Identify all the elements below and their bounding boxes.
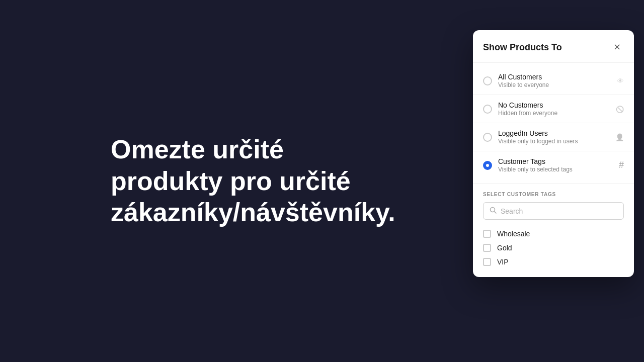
option-no-customers[interactable]: No Customers Hidden from everyone: [473, 95, 634, 123]
tag-label-vip: VIP: [497, 258, 509, 266]
tag-gold[interactable]: Gold: [483, 241, 624, 255]
option-desc-customer-tags: Visible only to selected tags: [498, 166, 615, 173]
tag-label-gold: Gold: [497, 244, 512, 252]
option-text-customer-tags: Customer Tags Visible only to selected t…: [498, 157, 615, 173]
radio-loggedin-users: [483, 133, 492, 142]
option-customer-tags[interactable]: Customer Tags Visible only to selected t…: [473, 151, 634, 179]
modal-title: Show Products To: [483, 42, 562, 53]
person-icon: [615, 133, 624, 142]
hero-heading: Omezte určité produkty pro určité zákazn…: [111, 134, 362, 228]
options-list: All Customers Visible to everyone No Cus…: [473, 63, 634, 183]
checkbox-vip[interactable]: [483, 258, 491, 266]
option-text-no-customers: No Customers Hidden from everyone: [498, 101, 612, 117]
search-icon: [490, 207, 497, 215]
checkbox-gold[interactable]: [483, 244, 491, 252]
option-desc-loggedin-users: Visible only to logged in users: [498, 138, 611, 145]
close-button[interactable]: ✕: [610, 40, 624, 54]
radio-all-customers: [483, 76, 492, 85]
eye-slash-icon: [616, 105, 624, 114]
option-all-customers[interactable]: All Customers Visible to everyone: [473, 67, 634, 95]
option-text-loggedin-users: LoggedIn Users Visible only to logged in…: [498, 129, 611, 145]
tag-wholesale[interactable]: Wholesale: [483, 227, 624, 241]
tags-section-label: SELECT CUSTOMER TAGS: [483, 192, 624, 197]
tag-label-wholesale: Wholesale: [497, 230, 530, 238]
radio-no-customers: [483, 105, 492, 114]
option-label-all-customers: All Customers: [498, 73, 613, 81]
tags-section: SELECT CUSTOMER TAGS Wholesale Gold: [473, 183, 634, 277]
search-input[interactable]: [501, 207, 617, 215]
option-label-loggedin-users: LoggedIn Users: [498, 129, 611, 137]
modal: Show Products To ✕ All Customers Visible…: [473, 30, 634, 277]
modal-header: Show Products To ✕: [473, 30, 634, 63]
search-box[interactable]: [483, 202, 624, 220]
radio-customer-tags: [483, 161, 492, 170]
checkbox-wholesale[interactable]: [483, 230, 491, 238]
svg-line-1: [495, 212, 497, 214]
option-desc-all-customers: Visible to everyone: [498, 81, 613, 88]
right-panel: Show Products To ✕ All Customers Visible…: [473, 0, 644, 362]
option-label-no-customers: No Customers: [498, 101, 612, 109]
eye-icon: [617, 76, 624, 85]
option-text-all-customers: All Customers Visible to everyone: [498, 73, 613, 88]
tag-vip[interactable]: VIP: [483, 255, 624, 269]
option-label-customer-tags: Customer Tags: [498, 157, 615, 165]
hash-icon: [619, 160, 624, 170]
option-desc-no-customers: Hidden from everyone: [498, 110, 612, 117]
option-loggedin-users[interactable]: LoggedIn Users Visible only to logged in…: [473, 123, 634, 151]
left-panel: Omezte určité produkty pro určité zákazn…: [0, 104, 473, 258]
